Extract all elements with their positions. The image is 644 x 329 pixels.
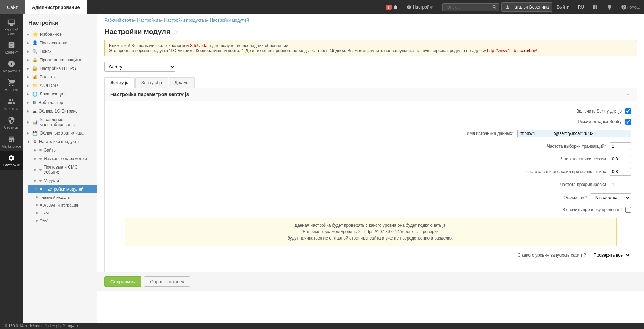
sidebar-item-marketplace[interactable]: Marketplace (0, 132, 23, 151)
settings-nav-button[interactable]: Настройки (402, 0, 438, 14)
icon-sidebar: Рабочий стол Контент Маркетинг Магазин К… (0, 14, 23, 329)
module-selector-container: Sentry (104, 62, 637, 72)
sidebar-item-marketing[interactable]: Маркетинг (0, 57, 23, 76)
nav-label-cloud: Облако 1С-Битрикс (39, 109, 77, 114)
label-profile-rate: Частота профилировки (521, 182, 606, 187)
chevron-down-icon: ▼ (27, 140, 30, 143)
collapse-icon[interactable] (625, 92, 631, 97)
marketing-label: Маркетинг (3, 69, 20, 73)
input-traces-rate[interactable] (610, 142, 631, 150)
reset-button[interactable]: Сброс настроек (144, 276, 190, 287)
arrow-icon: ▶ (27, 75, 29, 79)
help-button[interactable]: Помощ (617, 0, 644, 14)
info-box-text: Данная настройка будет проверять с каког… (288, 223, 454, 241)
nav-label-cloudstorage: Облачные хранилища (40, 131, 84, 136)
bullet-icon (39, 149, 42, 151)
breadcrumb-productconf[interactable]: Настройки продукта (164, 18, 204, 23)
nav-item-mainmodule[interactable]: Главный модуль (33, 193, 97, 201)
select-script-level[interactable]: Проверять все Уровень 1 Уровень 2 (590, 251, 631, 259)
breadcrumb-settings[interactable]: Настройки (137, 18, 158, 23)
nav-item-dav[interactable]: DAV (33, 217, 97, 225)
nav-label-adldapint: AD/LDAP интеграция (40, 203, 78, 207)
sidebar-item-shop[interactable]: Магазин (0, 76, 23, 95)
label-url-check: Включить проверку уровня url (536, 207, 622, 212)
tab-access[interactable]: Доступ (169, 77, 195, 88)
buy-link[interactable]: http://www.1c-bitrix.ru/buy/ (487, 48, 537, 53)
form-row-script-level: С какого уровня запускать скрипт? Провер… (110, 251, 631, 259)
nav-item-adldapint[interactable]: AD/LDAP интеграция (33, 201, 97, 209)
breadcrumb-moduleconf[interactable]: Настройки модулей (210, 18, 249, 23)
favorite-star-icon[interactable]: ☆ (173, 28, 178, 35)
admin-tab[interactable]: Администрирование (25, 0, 87, 14)
alert-text3: Это пробная версия продукта "1С-Битрикс:… (109, 48, 329, 53)
nav-item-proactive[interactable]: ▶ 🔒 Проактивная защита (23, 56, 97, 64)
nav-item-moduleconf[interactable]: ▼ Настройки модулей (28, 185, 97, 193)
nav-label-https: Настройка HTTPS (40, 66, 76, 71)
nav-item-currency[interactable]: ▶ 💰 Валюты (23, 73, 97, 81)
sidebar-item-clients[interactable]: Клиенты (0, 95, 23, 114)
form-row-url-check: Включить проверку уровня url (110, 207, 631, 213)
nav-item-https[interactable]: ▶ 🔐 Настройка HTTPS (23, 64, 97, 73)
user-button[interactable]: Наталья Воронина (501, 2, 553, 12)
pin-icon-button[interactable] (602, 0, 617, 14)
nav-item-search[interactable]: ▶ 🔍 Поиск (23, 47, 97, 56)
marketplace-label: Marketplace (2, 144, 21, 148)
notifications-button[interactable]: 1 (382, 0, 402, 14)
form-row-session-error-rate: Частота записи сессии при исключениях (110, 168, 631, 176)
arrow-icon: ▶ (34, 148, 37, 152)
layout-icon-button[interactable] (588, 0, 602, 14)
nav-item-favorites[interactable]: ▶ ⭐ Избранное (23, 30, 97, 39)
input-session-rate[interactable] (610, 155, 631, 163)
checkbox-debug[interactable] (625, 119, 631, 125)
checkbox-url-check[interactable] (625, 207, 631, 213)
arrow-icon: ▶ (27, 131, 29, 135)
save-button[interactable]: Сохранить (104, 276, 141, 287)
checkbox-enable-sentry[interactable] (625, 108, 631, 114)
tab-sentry-php-label: Sentry php (141, 80, 162, 85)
lang-selector[interactable]: RU (574, 0, 588, 14)
nav-sidebar-title: Настройки (23, 14, 97, 30)
nav-item-adldap[interactable]: ▶ 📁 AD/LDAP (23, 81, 97, 90)
info-box: Данная настройка будет проверять с каког… (125, 218, 617, 246)
input-session-error-rate[interactable] (610, 168, 631, 176)
site-tab[interactable]: Сайт (0, 0, 25, 14)
alert-text1: Внимание! Воспользуйтесь технологией (109, 43, 190, 48)
nav-label-users: Пользователи (40, 40, 67, 45)
search-container (438, 0, 501, 14)
sidebar-item-desktop[interactable]: Рабочий стол (0, 16, 23, 38)
select-environment[interactable]: Разработка Производство (591, 193, 631, 202)
siteupdate-link[interactable]: SiteUpdate (190, 43, 211, 48)
nav-item-webcluster[interactable]: ▶ 🖥 Веб-кластер (23, 98, 97, 107)
content-icon (7, 41, 15, 49)
nav-label-mainmodule: Главный модуль (40, 195, 70, 199)
nav-item-langparams[interactable]: ▶ Языковые параметры (28, 154, 97, 163)
nav-label-scalemgmt: Управление масштабирован... (40, 117, 94, 127)
nav-item-sites[interactable]: ▶ Сайты (28, 146, 97, 154)
tab-sentry-php[interactable]: Sentry php (135, 77, 168, 88)
nav-item-cloudstorage[interactable]: ▶ 💾 Облачные хранилища (23, 129, 97, 137)
sidebar-item-content[interactable]: Контент (0, 38, 23, 57)
bullet-icon (39, 180, 42, 182)
nav-item-modules[interactable]: ▶ Модули (28, 176, 97, 185)
breadcrumb-sep: ▶ (159, 18, 163, 23)
nav-item-locale[interactable]: ▶ 🌐 Локализация (23, 90, 97, 98)
nav-label-favorites: Избранное (40, 32, 62, 37)
sidebar-item-services[interactable]: Сервисы (0, 114, 23, 132)
input-profile-rate[interactable] (610, 181, 631, 188)
nav-item-cloud[interactable]: ▶ ☁ Облако 1С-Битрикс (23, 107, 97, 115)
sidebar-item-settings[interactable]: Настройки (0, 151, 23, 170)
layout-icon (593, 4, 598, 10)
nav-item-scalemgmt[interactable]: ▶ 📊 Управление масштабирован... (23, 115, 97, 129)
breadcrumb-desktop[interactable]: Рабочий стол (104, 18, 131, 23)
nav-item-mailandsms[interactable]: ▶ Почтовые и СМС события (28, 163, 97, 176)
bullet-icon (36, 220, 38, 222)
arrow-icon: ▶ (27, 50, 29, 53)
tab-sentry-js[interactable]: Sentry js (104, 77, 135, 88)
search-input[interactable] (442, 3, 499, 11)
nav-item-crm[interactable]: CRM (33, 209, 97, 217)
nav-item-users[interactable]: ▶ 👤 Пользователи (23, 39, 97, 47)
logout-button[interactable]: Выйти (552, 0, 574, 14)
module-select[interactable]: Sentry (104, 62, 175, 72)
nav-item-productconf[interactable]: ▼ ⚙ Настройки продукта (23, 137, 97, 146)
input-dsn[interactable] (517, 130, 631, 137)
